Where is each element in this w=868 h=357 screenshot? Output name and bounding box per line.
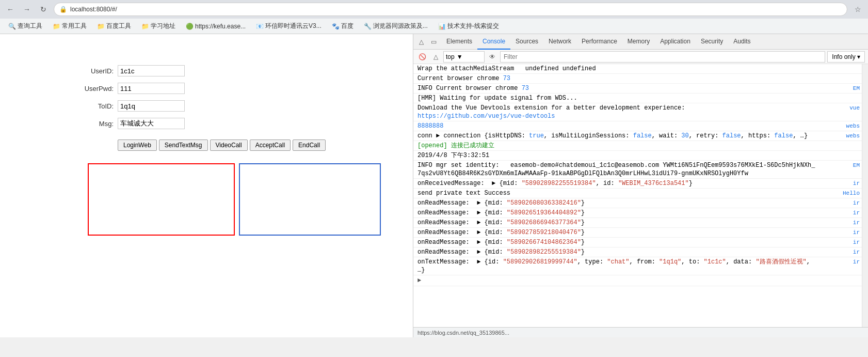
folder-icon-2: 📁 xyxy=(97,23,105,30)
bookmarks-bar: 🔍 查询工具 📁 常用工具 📁 百度工具 📁 学习地址 🟢 https://ke… xyxy=(0,19,868,34)
chart-icon: 📊 xyxy=(438,23,446,30)
userpwd-input[interactable] xyxy=(118,83,185,94)
console-text: onReadMessage: ► {mid: "5890278592180404… xyxy=(417,228,818,237)
tab-audits[interactable]: Audits xyxy=(728,34,756,50)
console-source[interactable]: EM xyxy=(818,161,860,169)
console-line: send private text Success Hello xyxy=(413,189,862,198)
console-line: Current browser chrome 73 xyxy=(413,74,862,84)
info-only-button[interactable]: Info only ▾ xyxy=(827,51,865,63)
tab-performance[interactable]: Performance xyxy=(576,34,622,50)
bookmark-kefu[interactable]: 🟢 https://kefu.ease... xyxy=(182,22,250,31)
console-output: Wrap the attachMediaStream undefined und… xyxy=(413,64,868,327)
bookmark-cors[interactable]: 🔧 浏览器同源政策及... xyxy=(360,21,432,32)
console-text: send private text Success xyxy=(417,189,818,197)
console-toolbar: 🚫 △ top ▼ 👁 Info only ▾ xyxy=(413,50,868,64)
status-bar: https://blog.csdn.net/qq_35139865... xyxy=(413,327,868,337)
tab-elements[interactable]: Elements xyxy=(441,34,477,50)
console-line: onReadMessage: ► {mid: "5890265193644048… xyxy=(413,208,862,218)
bookmark-study[interactable]: 📁 学习地址 xyxy=(137,21,180,32)
bookmark-baidu-tools[interactable]: 📁 百度工具 xyxy=(93,21,135,32)
bookmark-huanxin[interactable]: 📧 环信即时通讯云V3... xyxy=(252,21,326,32)
console-line: 8888888 webs xyxy=(413,121,862,131)
console-text-link[interactable]: https://github.com/vuejs/vue-devtools xyxy=(417,112,555,120)
console-source[interactable]: ir xyxy=(818,219,860,227)
paw-icon: 🐾 xyxy=(332,23,340,30)
console-source[interactable]: ir xyxy=(818,238,860,246)
tab-application[interactable]: Application xyxy=(655,34,696,50)
bookmark-baidu[interactable]: 🐾 百度 xyxy=(328,21,358,32)
console-line: Wrap the attachMediaStream undefined und… xyxy=(413,64,862,74)
console-text: onTextMessage: ► {id: "58902902681999974… xyxy=(417,258,818,274)
context-selector[interactable]: top ▼ xyxy=(443,51,485,63)
star-button[interactable]: ☆ xyxy=(851,3,864,15)
console-line: onReadMessage: ► {mid: "5890289822555193… xyxy=(413,247,862,257)
device-mode-button[interactable]: ▭ xyxy=(428,36,439,48)
green-circle-icon: 🟢 xyxy=(186,23,194,30)
tab-memory[interactable]: Memory xyxy=(622,34,655,50)
console-source[interactable]: webs xyxy=(818,132,860,140)
toid-input[interactable] xyxy=(118,100,185,112)
console-text: INFO mgr set identity: easemob-demo#chat… xyxy=(417,161,818,178)
button-row: LoginWeb SendTextMsg VideoCall AcceptCal… xyxy=(118,139,403,151)
userid-input[interactable] xyxy=(118,65,185,76)
toid-row: ToID: xyxy=(72,100,403,112)
tab-sources[interactable]: Sources xyxy=(510,34,543,50)
console-line: [HMR] Waiting for update signal from WDS… xyxy=(413,94,862,103)
console-source[interactable]: ir xyxy=(818,209,860,217)
devtools-scrollbar[interactable] xyxy=(862,64,868,327)
console-source[interactable]: EM xyxy=(818,84,860,92)
console-source[interactable]: ir xyxy=(818,248,860,256)
endcall-button[interactable]: EndCall xyxy=(293,139,326,151)
tab-network[interactable]: Network xyxy=(543,34,576,50)
console-line: [opened] 连接已成功建立 xyxy=(413,141,862,151)
console-output-area: Wrap the attachMediaStream undefined und… xyxy=(413,64,862,327)
sendtextmsg-button[interactable]: SendTextMsg xyxy=(159,139,208,151)
acceptcall-button[interactable]: AcceptCall xyxy=(250,139,291,151)
inspect-element-button[interactable]: △ xyxy=(415,36,427,48)
folder-icon: 📁 xyxy=(53,23,60,30)
tab-console[interactable]: Console xyxy=(477,34,510,50)
back-button[interactable]: ← xyxy=(4,3,17,15)
console-line: 2019/4/8 下午3:32:51 xyxy=(413,151,862,161)
console-text: [HMR] Waiting for update signal from WDS… xyxy=(417,94,818,102)
console-source[interactable]: Hello xyxy=(818,189,860,197)
console-filter-input[interactable] xyxy=(500,51,825,63)
gear-icon: 🔧 xyxy=(364,23,372,30)
console-line: onReadMessage: ► {mid: "5890268669463773… xyxy=(413,218,862,228)
console-text: onReadMessage: ► {mid: "5890266741048623… xyxy=(417,238,818,246)
console-line: Download the Vue Devtools extension for … xyxy=(413,103,862,121)
bookmark-tools[interactable]: 📁 常用工具 xyxy=(49,21,91,32)
videocall-button[interactable]: VideoCall xyxy=(210,139,248,151)
bookmark-tech[interactable]: 📊 技术支持-线索提交 xyxy=(434,21,503,32)
video-area xyxy=(88,163,403,236)
console-text: Download the Vue Devtools extension for … xyxy=(417,104,818,112)
lock-icon: 🔒 xyxy=(59,6,67,13)
console-line: INFO Current browser chrome 73 EM xyxy=(413,84,862,94)
msg-input[interactable] xyxy=(118,118,185,129)
console-source[interactable]: webs xyxy=(818,122,860,130)
console-text: onReadMessage: ► {mid: "5890265193644048… xyxy=(417,209,818,217)
console-caret-line[interactable]: ► xyxy=(413,275,862,286)
console-source[interactable]: ir xyxy=(818,258,860,266)
console-source[interactable]: vue xyxy=(818,104,860,112)
userpwd-row: UserPwd: xyxy=(72,83,403,94)
browser-titlebar: ← → ↻ 🔒 localhost:8080/#/ ☆ xyxy=(0,0,868,19)
console-filter-toggle[interactable]: △ xyxy=(430,51,441,63)
address-bar[interactable]: 🔒 localhost:8080/#/ xyxy=(54,3,847,16)
console-source[interactable]: ir xyxy=(818,228,860,237)
devtools-tabs-bar: △ ▭ Elements Console Sources Network Per… xyxy=(413,34,868,50)
tab-security[interactable]: Security xyxy=(696,34,728,50)
console-source[interactable]: ir xyxy=(818,179,860,188)
console-line: INFO mgr set identity: easemob-demo#chat… xyxy=(413,161,862,179)
forward-button[interactable]: → xyxy=(21,3,33,15)
reload-button[interactable]: ↻ xyxy=(37,3,50,15)
loginweb-button[interactable]: LoginWeb xyxy=(118,139,157,151)
console-eye-button[interactable]: 👁 xyxy=(487,51,498,63)
folder-icon-3: 📁 xyxy=(141,23,149,30)
bookmark-search[interactable]: 🔍 查询工具 xyxy=(4,21,46,32)
console-clear-button[interactable]: 🚫 xyxy=(416,51,428,63)
userpwd-label: UserPwd: xyxy=(72,85,114,92)
msg-label: Msg: xyxy=(72,120,114,128)
console-source[interactable]: ir xyxy=(818,199,860,207)
console-text: Current browser chrome 73 xyxy=(417,74,818,83)
